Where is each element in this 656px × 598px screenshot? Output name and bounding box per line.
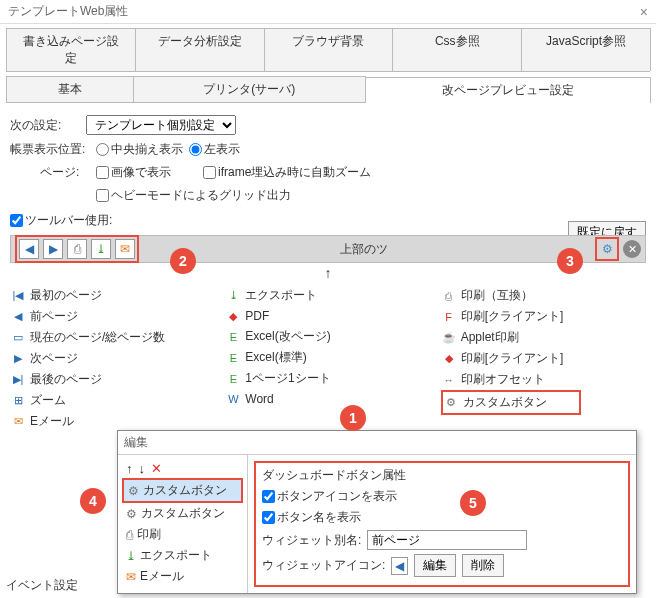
email-icon: ✉	[10, 414, 26, 430]
event-settings-label: イベント設定	[6, 577, 78, 594]
list-item[interactable]: ▶次ページ	[10, 348, 215, 369]
gear-icon: ⚙	[443, 395, 459, 411]
tab-browser-bg[interactable]: ブラウザ背景	[264, 28, 394, 71]
next-page-icon: ▶	[10, 351, 26, 367]
callout-2: 2	[170, 248, 196, 274]
print-icon: ⎙	[126, 528, 133, 542]
remove-icon[interactable]: ✕	[623, 240, 641, 258]
print-client-icon: F	[441, 309, 457, 325]
print-client2-icon: ◆	[441, 351, 457, 367]
tab-js-ref[interactable]: JavaScript参照	[521, 28, 651, 71]
tab-data-analysis[interactable]: データ分析設定	[135, 28, 265, 71]
list-item[interactable]: ☕Applet印刷	[441, 327, 646, 348]
edit-list-item[interactable]: ⎙印刷	[122, 524, 243, 545]
next-setting-select[interactable]: テンプレート個別設定	[86, 115, 236, 135]
list-item[interactable]: ◆印刷[クライアント]	[441, 348, 646, 369]
pdf-icon: ◆	[225, 308, 241, 324]
insert-arrow-icon: ↑	[10, 265, 646, 281]
list-item[interactable]: ⊞ズーム	[10, 390, 215, 411]
tab-page-break-preview[interactable]: 改ページプレビュー設定	[365, 77, 651, 103]
list-item[interactable]: ⎙印刷（互換）	[441, 285, 646, 306]
radio-center[interactable]	[96, 143, 109, 156]
icon-delete-button[interactable]: 削除	[462, 554, 504, 577]
chk-toolbar-use[interactable]	[10, 214, 23, 227]
callout-5: 5	[460, 490, 486, 516]
excel-1p1s-icon: E	[225, 371, 241, 387]
chk-image-label[interactable]: 画像で表示	[96, 164, 171, 181]
list-item[interactable]: E1ページ1シート	[225, 368, 430, 389]
edit-popup: 編集 ↑ ↓ ✕ ⚙カスタムボタン ⚙カスタムボタン ⎙印刷 ⤓エクスポート ✉…	[117, 430, 637, 594]
print-compat-icon: ⎙	[441, 288, 457, 304]
excel-std-icon: E	[225, 350, 241, 366]
move-up-icon[interactable]: ↑	[126, 461, 133, 476]
chk-show-name[interactable]	[262, 511, 275, 524]
chk-show-icon[interactable]	[262, 490, 275, 503]
print-icon[interactable]: ⎙	[67, 239, 87, 259]
chk-show-icon-label[interactable]: ボタンアイコンを表示	[262, 488, 397, 505]
delete-icon[interactable]: ✕	[151, 461, 162, 476]
close-icon[interactable]: ×	[640, 4, 648, 20]
report-pos-label: 帳票表示位置:	[10, 141, 90, 158]
last-page-icon: ▶|	[10, 372, 26, 388]
prev-page-icon: ◀	[10, 309, 26, 325]
icon-edit-button[interactable]: 編集	[414, 554, 456, 577]
chk-heavy[interactable]	[96, 189, 109, 202]
list-item[interactable]: EExcel(改ページ)	[225, 326, 430, 347]
email-icon: ✉	[126, 570, 136, 584]
email-icon[interactable]: ✉	[115, 239, 135, 259]
word-icon: W	[225, 391, 241, 407]
page-count-icon: ▭	[10, 330, 26, 346]
edit-list-item-selected[interactable]: ⚙カスタムボタン	[122, 478, 243, 503]
next-icon[interactable]: ▶	[43, 239, 63, 259]
gear-box: ⚙	[595, 237, 619, 261]
prev-icon[interactable]: ◀	[19, 239, 39, 259]
list-item[interactable]: EExcel(標準)	[225, 347, 430, 368]
chk-show-name-label[interactable]: ボタン名を表示	[262, 509, 361, 526]
widget-alias-input[interactable]	[367, 530, 527, 550]
toolbar-use-label[interactable]: ツールバー使用:	[10, 212, 112, 229]
edit-list: ↑ ↓ ✕ ⚙カスタムボタン ⚙カスタムボタン ⎙印刷 ⤓エクスポート ✉Eメー…	[118, 455, 248, 593]
list-item[interactable]: ◀前ページ	[10, 306, 215, 327]
edit-list-item[interactable]: ⤓エクスポート	[122, 545, 243, 566]
widget-icon-label: ウィジェットアイコン:	[262, 557, 385, 574]
export-icon[interactable]: ⤓	[91, 239, 111, 259]
toolbar-bar: ◀ ▶ ⎙ ⤓ ✉ 上部のツ ⚙ ✕	[10, 235, 646, 263]
window-title: テンプレートWeb属性	[8, 3, 128, 20]
move-down-icon[interactable]: ↓	[139, 461, 146, 476]
tab-row-2: 基本 プリンタ(サーバ) 改ページプレビュー設定	[6, 76, 650, 103]
radio-left[interactable]	[189, 143, 202, 156]
list-item[interactable]: WWord	[225, 389, 430, 409]
button-list-columns: |◀最初のページ ◀前ページ ▭現在のページ/総ページ数 ▶次ページ ▶|最後の…	[10, 285, 646, 432]
tab-css-ref[interactable]: Css参照	[392, 28, 522, 71]
list-item[interactable]: ⤓エクスポート	[225, 285, 430, 306]
list-item-custom-button[interactable]: ⚙カスタムボタン	[441, 390, 581, 415]
first-page-icon: |◀	[10, 288, 26, 304]
radio-center-label[interactable]: 中央揃え表示	[96, 141, 183, 158]
event-settings-bar: イベント設定	[6, 577, 78, 594]
list-item[interactable]: ↔印刷オフセット	[441, 369, 646, 390]
list-item[interactable]: ✉Eメール	[10, 411, 215, 432]
zoom-icon: ⊞	[10, 393, 26, 409]
excel-page-icon: E	[225, 329, 241, 345]
list-item[interactable]: ▶|最後のページ	[10, 369, 215, 390]
tab-printer-server[interactable]: プリンタ(サーバ)	[133, 76, 366, 102]
chk-heavy-label[interactable]: ヘビーモードによるグリッド出力	[96, 187, 291, 204]
chk-iframe-label[interactable]: iframe埋込み時に自動ズーム	[203, 164, 371, 181]
radio-left-label[interactable]: 左表示	[189, 141, 240, 158]
edit-list-item[interactable]: ⚙カスタムボタン	[122, 503, 243, 524]
gear-icon[interactable]: ⚙	[598, 240, 616, 258]
list-item[interactable]: ◆PDF	[225, 306, 430, 326]
list-item[interactable]: F印刷[クライアント]	[441, 306, 646, 327]
tab-basic[interactable]: 基本	[6, 76, 134, 102]
toolbar-position-label: 上部のツ	[340, 241, 388, 258]
chk-image[interactable]	[96, 166, 109, 179]
list-item[interactable]: ▭現在のページ/総ページ数	[10, 327, 215, 348]
tab-write-page[interactable]: 書き込みページ設定	[6, 28, 136, 71]
list-item[interactable]: |◀最初のページ	[10, 285, 215, 306]
props-title: ダッシュボードボタン属性	[262, 467, 622, 484]
gear-icon: ⚙	[126, 507, 137, 521]
export-icon: ⤓	[126, 549, 136, 563]
callout-3: 3	[557, 248, 583, 274]
chk-iframe[interactable]	[203, 166, 216, 179]
edit-list-item[interactable]: ✉Eメール	[122, 566, 243, 587]
